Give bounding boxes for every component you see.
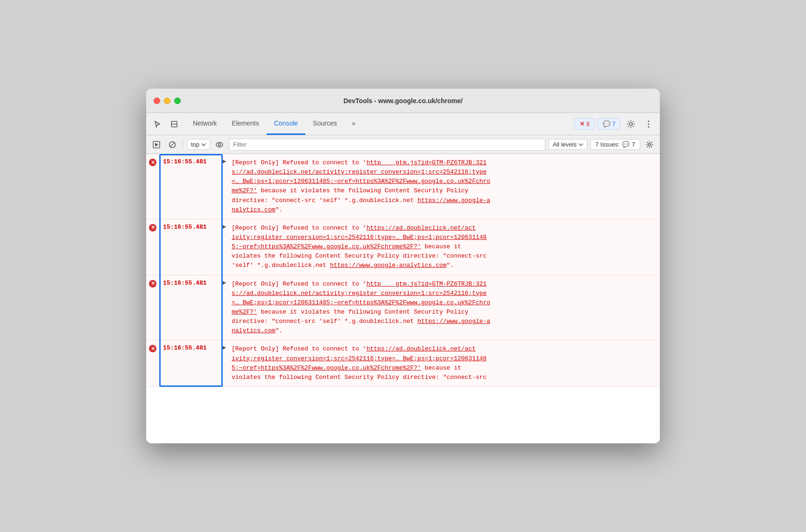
error-icon: ✕ xyxy=(580,120,585,127)
settings-icon[interactable] xyxy=(623,117,638,132)
devtools-window: DevTools - www.google.co.uk/chrome/ Netw… xyxy=(146,89,660,443)
timestamp-1: 15:16:55.481 xyxy=(159,154,222,169)
svg-point-4 xyxy=(648,123,650,125)
execute-icon[interactable] xyxy=(150,138,163,151)
tab-console[interactable]: Console xyxy=(267,113,305,135)
issues-chat-icon: 💬 xyxy=(622,141,629,148)
table-row: ✕ 15:16:55.481 ▶ [Report Only] Refused t… xyxy=(146,275,660,341)
svg-line-9 xyxy=(170,142,175,147)
errors-badge[interactable]: ✕ 8 xyxy=(574,118,595,130)
log-levels-selector[interactable]: All levels xyxy=(548,139,587,150)
error-icon-4: ✕ xyxy=(146,340,159,352)
svg-point-3 xyxy=(648,120,650,122)
svg-point-11 xyxy=(219,143,221,146)
tab-bar: Network Elements Console Sources » ✕ 8 💬 xyxy=(146,113,660,135)
svg-point-10 xyxy=(216,142,223,147)
tab-bar-icons xyxy=(150,113,182,135)
context-selector[interactable]: top xyxy=(187,139,210,150)
eye-icon[interactable] xyxy=(213,138,226,151)
expand-btn-2[interactable]: ▶ xyxy=(222,219,231,230)
table-row: ✕ 15:16:55.481 ▶ [Report Only] Refused t… xyxy=(146,340,660,387)
timestamp-2: 15:16:55.481 xyxy=(159,219,222,235)
dock-icon[interactable] xyxy=(167,117,182,132)
message-icon: 💬 xyxy=(603,120,610,127)
log-message-1: [Report Only] Refused to connect to 'htt… xyxy=(231,154,660,219)
minimize-button[interactable] xyxy=(164,98,170,104)
svg-point-2 xyxy=(629,123,632,126)
error-icon-2: ✕ xyxy=(146,219,159,231)
svg-point-5 xyxy=(648,126,650,127)
timestamp-4: 15:16:55.481 xyxy=(159,340,222,356)
table-row: ✕ 15:16:55.481 ▶ [Report Only] Refused t… xyxy=(146,154,660,219)
tab-sources[interactable]: Sources xyxy=(305,113,344,135)
title-bar: DevTools - www.google.co.uk/chrome/ xyxy=(146,89,660,113)
filter-input[interactable] xyxy=(229,139,545,151)
tab-more[interactable]: » xyxy=(344,113,363,135)
tab-network[interactable]: Network xyxy=(185,113,224,135)
messages-badge[interactable]: 💬 7 xyxy=(598,118,621,130)
separator xyxy=(183,140,183,149)
traffic-lights xyxy=(154,98,181,104)
tabs: Network Elements Console Sources » xyxy=(185,113,574,135)
issues-button[interactable]: 7 Issues: 💬 7 xyxy=(590,139,640,150)
console-toolbar: top All levels 7 Issues: 💬 7 xyxy=(146,135,660,154)
svg-marker-7 xyxy=(155,143,158,147)
error-icon-1: ✕ xyxy=(146,154,159,166)
close-button[interactable] xyxy=(154,98,160,104)
svg-point-12 xyxy=(649,143,651,146)
console-settings-icon[interactable] xyxy=(643,138,656,151)
tab-bar-right: ✕ 8 💬 7 xyxy=(574,113,656,135)
timestamp-3: 15:16:55.481 xyxy=(159,275,222,291)
log-message-2: [Report Only] Refused to connect to 'htt… xyxy=(231,219,660,275)
table-row: ✕ 15:16:55.481 ▶ [Report Only] Refused t… xyxy=(146,219,660,275)
log-message-4: [Report Only] Refused to connect to 'htt… xyxy=(231,340,660,386)
console-content: ✕ 15:16:55.481 ▶ [Report Only] Refused t… xyxy=(146,154,660,443)
log-message-3: [Report Only] Refused to connect to 'htt… xyxy=(231,275,660,340)
console-entries: ✕ 15:16:55.481 ▶ [Report Only] Refused t… xyxy=(146,154,660,387)
kebab-menu-icon[interactable] xyxy=(641,117,656,132)
window-title: DevTools - www.google.co.uk/chrome/ xyxy=(343,97,462,105)
error-icon-3: ✕ xyxy=(146,275,159,287)
expand-btn-4[interactable]: ▶ xyxy=(222,340,231,350)
expand-btn-3[interactable]: ▶ xyxy=(222,275,231,286)
tab-elements[interactable]: Elements xyxy=(224,113,266,135)
cursor-icon[interactable] xyxy=(150,117,165,132)
block-icon[interactable] xyxy=(166,138,179,151)
maximize-button[interactable] xyxy=(174,98,181,104)
expand-btn-1[interactable]: ▶ xyxy=(222,154,231,164)
